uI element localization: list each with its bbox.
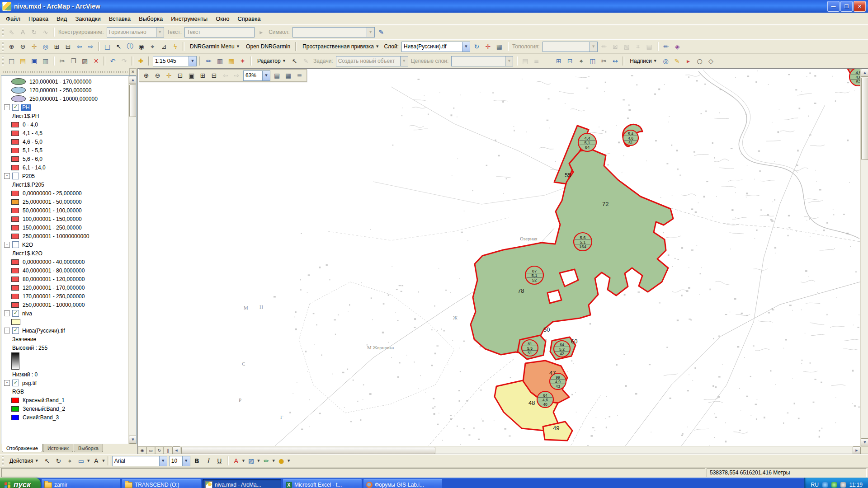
menu-item[interactable]: Вставка bbox=[105, 14, 135, 23]
layout-change-layout-button[interactable]: ≡ bbox=[294, 70, 305, 81]
toc-row[interactable]: 25,0000001 - 50,000000 bbox=[3, 197, 128, 206]
taskbar-task[interactable]: Форумы GIS-Lab.i... bbox=[363, 479, 442, 488]
toc-row-label[interactable]: 170,000001 - 250,000000 bbox=[28, 87, 92, 94]
menu-item[interactable]: Справка bbox=[233, 14, 264, 23]
menu-item[interactable]: Файл bbox=[2, 14, 24, 23]
close-button[interactable]: ✕ bbox=[854, 1, 866, 12]
pan-tool[interactable]: ✛ bbox=[28, 41, 40, 52]
font-size-combo-arrow[interactable]: ▼ bbox=[182, 456, 190, 466]
language-indicator[interactable]: RU bbox=[811, 482, 819, 488]
toc-row-label[interactable]: niva bbox=[21, 310, 33, 317]
toc-row-label[interactable]: PH bbox=[21, 104, 31, 111]
toc-row[interactable]: -✓Нива(Руссичи).tif bbox=[3, 326, 128, 335]
toc-drag-handle[interactable] bbox=[3, 71, 127, 73]
add-data-button[interactable]: ✚ bbox=[135, 56, 146, 66]
zoom-in-tool[interactable]: ⊕ bbox=[6, 41, 17, 52]
toc-row-label[interactable]: 4,1 - 4,5 bbox=[22, 130, 43, 136]
symbol-properties-button[interactable]: ✎ bbox=[376, 27, 387, 38]
toolbar-grip[interactable] bbox=[2, 42, 4, 52]
print-button[interactable]: ▥ bbox=[40, 56, 51, 66]
delete-button[interactable]: ✕ bbox=[90, 56, 102, 66]
toc-row-label[interactable]: 5,1 - 5,5 bbox=[22, 147, 43, 154]
toc-row-label[interactable]: 50,0000001 - 100,00000 bbox=[22, 207, 83, 214]
expander-icon[interactable]: - bbox=[4, 173, 10, 179]
draw-select-tool[interactable]: ↖ bbox=[42, 455, 53, 466]
cut-button[interactable]: ✂ bbox=[57, 56, 68, 66]
taskbar-task[interactable]: zamir bbox=[42, 479, 120, 488]
toc-row[interactable]: 170,000001 - 250,000000 bbox=[3, 292, 128, 300]
toc-row-label[interactable]: Значение bbox=[11, 336, 37, 343]
scroll-thumb[interactable] bbox=[129, 84, 137, 117]
tasks-combo[interactable]: Создать новый объект▼ bbox=[336, 56, 408, 66]
toc-row[interactable]: -K2O bbox=[3, 240, 128, 249]
layout-pan-tool[interactable]: ✛ bbox=[163, 70, 175, 81]
toc-row-label[interactable]: 4,6 - 5,0 bbox=[22, 139, 43, 145]
topology-errors-button[interactable]: ⊠ bbox=[610, 41, 621, 52]
expander-icon[interactable]: - bbox=[4, 380, 10, 386]
undo-button[interactable]: ↶ bbox=[107, 56, 118, 66]
annotation-text-tool[interactable]: A bbox=[17, 27, 28, 38]
font-color-button[interactable]: A▼ bbox=[231, 455, 245, 466]
layout-fixed-zoom-in-button[interactable]: ⊞ bbox=[197, 70, 208, 81]
layout-zoom-whole-page-button[interactable]: ⊡ bbox=[175, 70, 186, 81]
topology-combo-arrow[interactable]: ▼ bbox=[590, 42, 597, 52]
spatial-adjust-tool-6[interactable]: ↔ bbox=[609, 56, 621, 66]
toc-row[interactable]: Значение bbox=[3, 335, 128, 343]
label-lock-button[interactable]: ○ bbox=[694, 56, 705, 66]
select-elements-tool[interactable]: ↖ bbox=[113, 41, 124, 52]
toc-row[interactable]: RGB bbox=[3, 387, 128, 396]
toc-row[interactable]: 120,000001 - 170,000000 bbox=[3, 283, 128, 292]
layout-back-button[interactable]: ⇦ bbox=[220, 70, 231, 81]
text-options-button[interactable]: ▸ bbox=[255, 27, 267, 38]
toolbar-grip[interactable] bbox=[2, 27, 4, 37]
snapping-button[interactable]: ◈ bbox=[672, 41, 683, 52]
label-weight-button[interactable]: ✎ bbox=[671, 56, 683, 66]
toc-row-label[interactable]: Зеленый:Band_2 bbox=[22, 406, 66, 412]
layout-zoom-in-tool[interactable]: ⊕ bbox=[141, 70, 152, 81]
toc-row-label[interactable]: RGB bbox=[11, 389, 25, 395]
sketch-tool[interactable]: ✏ bbox=[660, 41, 672, 52]
menu-item[interactable]: Окно bbox=[212, 14, 233, 23]
toc-row-label[interactable]: 170,000001 - 250,000000 bbox=[22, 293, 85, 300]
open-dnrgarmin-button[interactable]: Open DNRGarmin bbox=[243, 42, 293, 51]
scroll-track[interactable] bbox=[861, 160, 868, 438]
tasks-combo-arrow[interactable]: ▼ bbox=[400, 56, 408, 66]
toc-tab-1[interactable]: Отображение bbox=[2, 444, 42, 452]
toc-row[interactable]: 120,000001 - 170,000000 bbox=[3, 77, 128, 86]
toc-row-label[interactable]: Красный:Band_1 bbox=[22, 397, 66, 404]
spatial-adjust-tool-2[interactable]: ⊡ bbox=[564, 56, 576, 66]
toc-row-label[interactable]: 150,000001 - 250,00000 bbox=[22, 225, 83, 231]
toc-row-label[interactable]: Лист1$.K2O bbox=[11, 250, 43, 257]
toc-row[interactable]: 170,000001 - 250,000000 bbox=[3, 86, 128, 94]
taskbar-task[interactable]: niva.mxd - ArcMa... bbox=[203, 479, 281, 488]
draw-rotate-tool[interactable]: ↻ bbox=[53, 455, 64, 466]
draw-zoom-tool[interactable]: ⌖ bbox=[64, 455, 75, 466]
fixed-zoom-in-button[interactable]: ⊞ bbox=[51, 41, 62, 52]
font-size-combo[interactable]: 10▼ bbox=[169, 456, 190, 466]
layout-zoom-100-button[interactable]: ▣ bbox=[186, 70, 197, 81]
scroll-right-icon[interactable]: ▶ bbox=[853, 446, 861, 454]
antivirus-icon[interactable] bbox=[831, 482, 837, 488]
toc-row[interactable]: 6,1 - 14,0 bbox=[3, 163, 128, 172]
toc-row-label[interactable]: 40,0000001 - 80,0000000 bbox=[22, 267, 85, 274]
topology-combo[interactable]: ▼ bbox=[542, 42, 598, 52]
symbol-combo-arrow[interactable]: ▼ bbox=[367, 28, 374, 37]
toc-row[interactable]: 4,1 - 4,5 bbox=[3, 129, 128, 137]
georef-rotate-tool[interactable]: ↻ bbox=[471, 41, 482, 52]
refresh-view-button[interactable]: ↻ bbox=[155, 446, 164, 454]
annotation-select-tool[interactable]: ⇖ bbox=[6, 27, 17, 38]
toc-row-label[interactable]: 80,0000001 - 120,000000 bbox=[22, 276, 85, 282]
map-vertical-scrollbar[interactable]: ▲ ▼ bbox=[860, 69, 868, 446]
toc-row-label[interactable]: 250,000001 - 10000000000 bbox=[22, 233, 90, 239]
new-map-button[interactable]: □ bbox=[6, 56, 17, 66]
paste-button[interactable]: ▨ bbox=[79, 56, 90, 66]
toc-row[interactable]: 50,0000001 - 100,00000 bbox=[3, 206, 128, 215]
toc-row[interactable]: 250,000001 - 10000,0000 bbox=[3, 300, 128, 309]
toc-row-label[interactable]: 100,000001 - 150,00000 bbox=[22, 216, 83, 222]
spatial-adjust-tool-5[interactable]: ✂ bbox=[598, 56, 609, 66]
title-bar[interactable]: niva.mxd - ArcMap - ArcView — ❐ ✕ bbox=[0, 0, 868, 13]
menu-item[interactable]: Вид bbox=[52, 14, 71, 23]
scroll-up-icon[interactable]: ▲ bbox=[861, 69, 868, 77]
toc-row[interactable]: 0 - 4,0 bbox=[3, 120, 128, 129]
open-map-button[interactable]: ▤ bbox=[17, 56, 28, 66]
